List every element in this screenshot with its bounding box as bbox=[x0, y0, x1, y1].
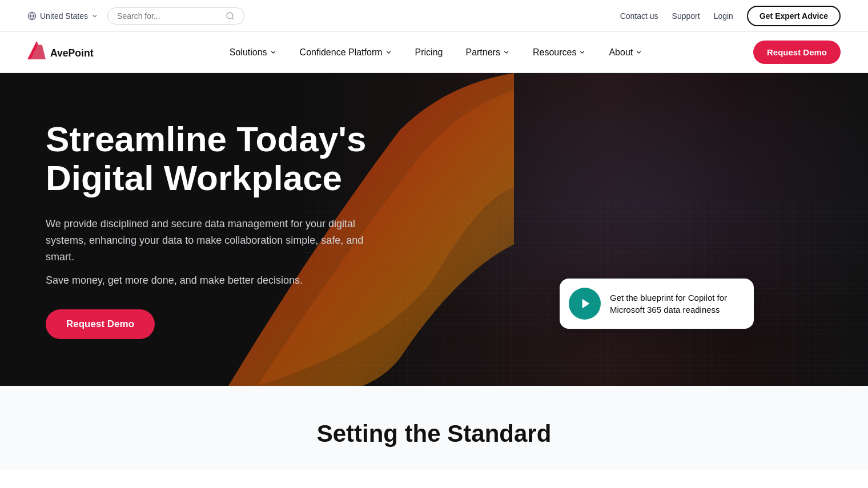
svg-marker-8 bbox=[582, 299, 590, 309]
svg-line-3 bbox=[232, 18, 234, 19]
hero-content: Streamline Today's Digital Workplace We … bbox=[0, 120, 412, 339]
nav-confidence-platform[interactable]: Confidence Platform bbox=[291, 43, 401, 62]
chevron-down-icon bbox=[91, 13, 98, 19]
svg-point-2 bbox=[227, 13, 233, 19]
support-link[interactable]: Support bbox=[672, 11, 700, 21]
nav-about[interactable]: About bbox=[600, 43, 652, 62]
globe-icon bbox=[27, 11, 37, 21]
avepoint-logo: AvePoint bbox=[27, 41, 119, 63]
hero-title: Streamline Today's Digital Workplace bbox=[46, 120, 366, 197]
nav-bar: AvePoint Solutions Confidence Platform P… bbox=[0, 32, 868, 73]
login-link[interactable]: Login bbox=[714, 11, 733, 21]
chevron-down-icon bbox=[385, 49, 392, 56]
region-label: United States bbox=[40, 11, 88, 21]
hero-subtitle: We provide disciplined and secure data m… bbox=[46, 216, 365, 265]
nav-links: Solutions Confidence Platform Pricing Pa… bbox=[220, 43, 652, 62]
search-icon bbox=[226, 11, 235, 21]
nav-resources[interactable]: Resources bbox=[524, 43, 595, 62]
get-expert-advice-button[interactable]: Get Expert Advice bbox=[747, 6, 841, 26]
hero-sub2: Save money, get more done, and make bett… bbox=[46, 275, 366, 287]
logo[interactable]: AvePoint bbox=[27, 41, 119, 63]
nav-partners[interactable]: Partners bbox=[456, 43, 519, 62]
svg-marker-6 bbox=[35, 41, 38, 45]
chevron-down-icon bbox=[503, 49, 510, 56]
contact-us-link[interactable]: Contact us bbox=[620, 11, 658, 21]
play-icon bbox=[580, 297, 592, 310]
nav-solutions[interactable]: Solutions bbox=[220, 43, 286, 62]
chevron-down-icon bbox=[270, 49, 277, 56]
region-selector[interactable]: United States bbox=[27, 11, 98, 21]
play-button[interactable] bbox=[569, 288, 601, 320]
below-fold-title: Setting the Standard bbox=[27, 420, 841, 447]
video-card-text: Get the blueprint for Copilot for Micros… bbox=[610, 292, 740, 316]
request-demo-button-nav[interactable]: Request Demo bbox=[753, 41, 841, 64]
below-fold: Setting the Standard bbox=[0, 386, 868, 470]
nav-pricing[interactable]: Pricing bbox=[406, 43, 452, 62]
svg-text:AvePoint: AvePoint bbox=[50, 47, 94, 59]
top-bar: United States Contact us Support Login G… bbox=[0, 0, 868, 32]
chevron-down-icon bbox=[578, 49, 586, 56]
hero-section: Streamline Today's Digital Workplace We … bbox=[0, 73, 868, 386]
chevron-down-icon bbox=[635, 49, 642, 56]
search-input[interactable] bbox=[117, 11, 221, 21]
search-box[interactable] bbox=[107, 7, 244, 25]
request-demo-button-hero[interactable]: Request Demo bbox=[46, 309, 155, 339]
top-bar-right: Contact us Support Login Get Expert Advi… bbox=[620, 6, 841, 26]
video-card: Get the blueprint for Copilot for Micros… bbox=[560, 279, 754, 329]
top-bar-left: United States bbox=[27, 7, 244, 25]
